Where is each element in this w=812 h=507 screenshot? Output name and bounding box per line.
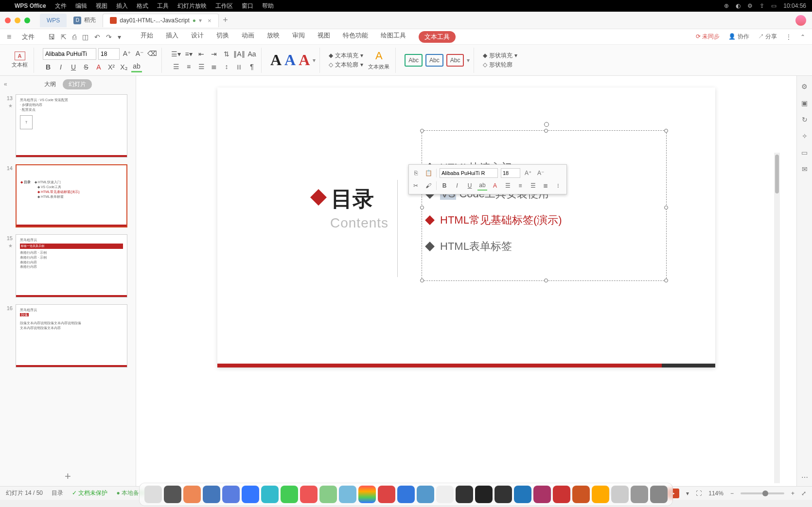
file-menu[interactable]: 文件	[22, 33, 35, 41]
thumbnail-15[interactable]: 黑马程序员标签一览表及示例表格行内容 · 示例表格行内容 · 示例表格行内容表格…	[16, 234, 127, 297]
resize-handle[interactable]	[420, 206, 424, 210]
user-avatar[interactable]	[795, 15, 806, 26]
dock-app-icon[interactable]	[553, 486, 570, 503]
zoom-out-icon[interactable]: −	[730, 490, 734, 497]
save-icon[interactable]: 🖫	[48, 33, 55, 41]
text-selection-box[interactable]	[422, 130, 667, 281]
bold-icon[interactable]: B	[43, 62, 53, 72]
dock-app-icon[interactable]	[514, 486, 531, 503]
fit-icon[interactable]: ⛶	[696, 490, 702, 497]
columns-icon[interactable]: ⫼	[234, 61, 245, 72]
dock-app-icon[interactable]	[436, 486, 454, 503]
tab-features[interactable]: 特色功能	[343, 31, 368, 43]
shape-style-3[interactable]: Abc	[446, 54, 464, 67]
shape-outline-button[interactable]: ◇ 形状轮廓	[483, 61, 517, 69]
add-tab-button[interactable]: +	[219, 15, 232, 25]
dock-app-icon[interactable]	[242, 486, 259, 503]
text-effect-button[interactable]: A 文本效果	[366, 49, 391, 71]
menu-edit[interactable]: 编辑	[75, 2, 87, 10]
dock-app-icon[interactable]	[144, 486, 162, 503]
ai-icon[interactable]: ✧	[802, 132, 808, 140]
align-justify-icon[interactable]: ≣	[209, 61, 219, 72]
floating-mini-toolbar[interactable]: ⎘ 📋 A⁺ A⁻ ✂ 🖌 B I U ab A ☰ ≡ ☰ ≣ ⫶	[408, 164, 567, 194]
slides-tab-active[interactable]: 幻灯片	[63, 79, 92, 89]
status-icon[interactable]: ◐	[736, 2, 741, 9]
dock-app-icon[interactable]	[358, 486, 376, 503]
resize-handle[interactable]	[664, 279, 668, 282]
dock-app-icon[interactable]	[475, 486, 493, 503]
thumbnail-13[interactable]: 黑马程序员 · VS Code 安装配置· 步骤说明内容· 配置要点T	[16, 94, 127, 157]
resize-handle[interactable]	[664, 206, 668, 210]
para-icon[interactable]: ¶	[247, 61, 257, 72]
mini-font-color-icon[interactable]: A	[490, 181, 500, 191]
copy-icon[interactable]: ⎘	[411, 168, 421, 178]
underline-icon[interactable]: U	[68, 62, 79, 72]
font-color-icon[interactable]: A	[93, 62, 104, 72]
indent-dec-icon[interactable]: ⇤	[196, 49, 207, 59]
slide-canvas[interactable]: 目录 Contents HTML快速入门 VS Code工具安装使用 HTML常…	[217, 87, 715, 367]
tab-menu-icon[interactable]: ▾	[199, 17, 202, 24]
direction-icon[interactable]: ⇅	[221, 49, 232, 59]
mini-italic-icon[interactable]: I	[452, 181, 462, 191]
tab-slideshow[interactable]: 放映	[267, 31, 280, 43]
numbering-icon[interactable]: ≡▾	[183, 49, 194, 59]
mini-bold-icon[interactable]: B	[440, 181, 449, 191]
decrease-font-icon[interactable]: A⁻	[134, 48, 145, 59]
menu-file[interactable]: 文件	[55, 2, 67, 10]
dock-app-icon[interactable]	[650, 486, 668, 503]
clipboard-icon[interactable]: ✉	[802, 165, 808, 173]
dock-app-icon[interactable]	[592, 486, 609, 503]
spacing-icon[interactable]: ‖A‖	[234, 49, 245, 59]
mini-underline-icon[interactable]: U	[465, 181, 475, 191]
resize-handle[interactable]	[664, 129, 668, 133]
dock-app-icon[interactable]	[203, 486, 220, 503]
mini-decrease-font-icon[interactable]: A⁻	[536, 168, 546, 178]
mini-align-left-icon[interactable]: ☰	[503, 181, 512, 191]
dock-app-icon[interactable]	[261, 486, 279, 503]
paste-icon[interactable]: 📋	[424, 168, 433, 178]
play-dropdown-icon[interactable]: ▾	[686, 490, 689, 497]
macos-dock[interactable]	[139, 483, 673, 506]
mini-numbering-icon[interactable]: ⫶	[553, 181, 563, 191]
shape-style-more-icon[interactable]: ▾	[467, 57, 470, 64]
slide-canvas-area[interactable]: 目录 Contents HTML快速入门 VS Code工具安装使用 HTML常…	[136, 76, 796, 486]
dock-app-icon[interactable]	[378, 486, 395, 503]
tab-texttools-active[interactable]: 文本工具	[419, 31, 456, 43]
thumbnail-14-selected[interactable]: ◆ 目录 ◆ HTML快速入门 ◆ VS Code工具 ◆ HTML常见基础标签…	[16, 164, 127, 227]
history-icon[interactable]: ↻	[802, 116, 808, 123]
increase-font-icon[interactable]: A⁺	[122, 48, 132, 59]
mini-increase-font-icon[interactable]: A⁺	[523, 168, 533, 178]
tab-document-active[interactable]: day01-HTML-...-JavaScript ● ▾ ×	[103, 14, 218, 27]
wordart-more-icon[interactable]: ▾	[313, 57, 316, 64]
tab-view[interactable]: 视图	[318, 31, 330, 43]
tab-insert[interactable]: 插入	[166, 31, 178, 43]
undo-icon[interactable]: ↶	[94, 33, 100, 41]
more-rail-icon[interactable]: ⋯	[801, 473, 808, 481]
menu-tools[interactable]: 工具	[157, 2, 169, 10]
dock-app-icon[interactable]	[300, 486, 318, 503]
thumbnail-item[interactable]: 14 ◆ 目录 ◆ HTML快速入门 ◆ VS Code工具 ◆ HTML常见基…	[4, 164, 132, 227]
align-left-icon[interactable]: ☰	[171, 61, 181, 72]
fullscreen-icon[interactable]: ⤢	[801, 490, 806, 497]
dock-app-icon[interactable]	[456, 486, 473, 503]
dock-app-icon[interactable]	[319, 486, 337, 503]
tab-transition[interactable]: 切换	[216, 31, 229, 43]
more-icon[interactable]: ▾	[118, 33, 121, 41]
dock-app-icon[interactable]	[397, 486, 415, 503]
zoom-slider[interactable]	[741, 492, 784, 494]
resize-handle[interactable]	[420, 279, 424, 282]
superscript-icon[interactable]: X²	[106, 62, 117, 72]
wordart-style-1[interactable]: A	[270, 51, 282, 69]
thumbnail-16[interactable]: 黑马程序员段落段落文本内容说明段落文本内容说明段落文本内容说明段落文本内容	[16, 304, 127, 367]
case-icon[interactable]: Aa	[247, 49, 257, 59]
indent-inc-icon[interactable]: ⇥	[209, 49, 219, 59]
minimize-window-icon[interactable]	[15, 17, 20, 23]
thumbnails-list[interactable]: 13★ 黑马程序员 · VS Code 安装配置· 步骤说明内容· 配置要点T …	[0, 92, 136, 467]
mini-size-select[interactable]	[501, 168, 520, 178]
text-fill-button[interactable]: ◆ 文本填充 ▾	[329, 52, 363, 60]
italic-icon[interactable]: I	[55, 62, 66, 72]
toc-button[interactable]: 目录	[52, 489, 63, 497]
rotate-handle[interactable]	[544, 122, 549, 127]
shape-fill-button[interactable]: ◆ 形状填充 ▾	[483, 52, 517, 60]
app-name[interactable]: WPS Office	[15, 2, 46, 9]
